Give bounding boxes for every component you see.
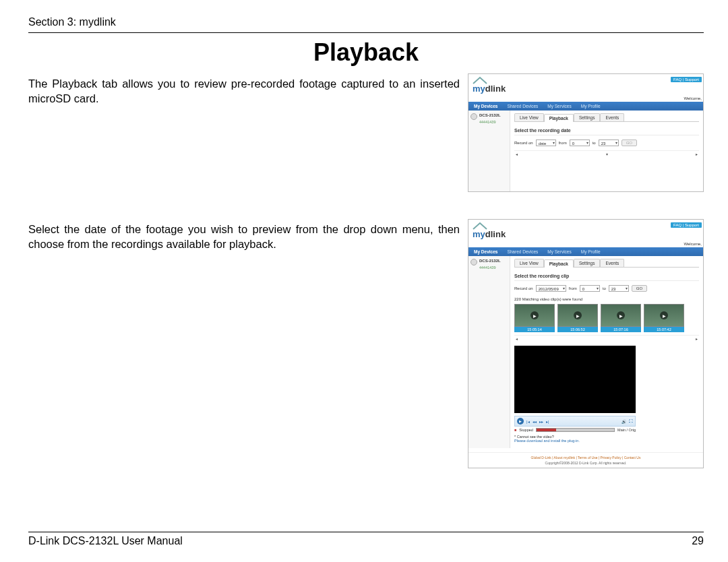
device-id: 44441439 [479, 120, 508, 124]
panel-title: Select the recording clip [514, 272, 699, 281]
tab-settings[interactable]: Settings [574, 113, 601, 121]
device-item[interactable]: DCS-2132L [471, 113, 508, 120]
nav-services[interactable]: My Services [547, 104, 571, 108]
nav-my-devices[interactable]: My Devices [474, 249, 497, 254]
nav-profile[interactable]: My Profile [581, 104, 601, 108]
plugin-note: * Cannot see the video? Please download … [514, 435, 699, 443]
paragraph-1: The Playback tab allows you to review pr… [28, 73, 460, 192]
welcome-text: Welcome, [468, 94, 703, 102]
clip-thumb[interactable]: 15:07:42 [644, 304, 684, 332]
row-2: Select the date of the footage you wish … [28, 219, 704, 468]
tab-playback[interactable]: Playback [544, 259, 574, 268]
tab-playback[interactable]: Playback [544, 114, 574, 122]
main-nav: My Devices Shared Devices My Services My… [468, 102, 703, 111]
screenshot-2: mydlink FAQ | Support Welcome, My Device… [468, 219, 704, 468]
video-player[interactable] [514, 346, 636, 413]
full-icon[interactable]: ⛶ [629, 419, 633, 423]
tab-live[interactable]: Live View [514, 259, 544, 267]
stop-icon[interactable]: ■ [514, 428, 516, 432]
player-controls: ▶ |◂ ◂◂ ▸▸ ▸| 🔊 ⛶ [514, 416, 636, 427]
date-select[interactable]: 2012/05/09 [536, 285, 566, 292]
record-on-label: Record on [514, 286, 533, 290]
page-title: Playback [28, 38, 704, 67]
next-button[interactable]: ▸| [546, 419, 549, 424]
tab-events[interactable]: Events [600, 259, 624, 267]
status-text: Stopped [519, 428, 533, 432]
footer-manual: D-Link DCS-2132L User Manual [28, 535, 183, 547]
row-1: The Playback tab allows you to review pr… [28, 73, 704, 192]
thumbnail-strip: 15:05:14 15:06:52 15:07:16 15:07:42 [514, 303, 699, 335]
prev-button[interactable]: |◂ [526, 419, 530, 424]
clip-thumb[interactable]: 15:05:14 [514, 304, 555, 332]
section-header: Section 3: mydlink [28, 16, 704, 28]
page-number: 29 [692, 535, 704, 547]
date-select[interactable]: date [536, 139, 556, 146]
page-footer: D-Link DCS-2132L User Manual 29 [28, 532, 704, 547]
record-on-label: Record on [514, 141, 533, 145]
from-select[interactable]: 0 [580, 285, 600, 292]
clip-thumb[interactable]: 15:07:16 [601, 304, 641, 332]
divider [28, 32, 704, 33]
device-sidebar: DCS-2132L 44441439 [468, 256, 510, 448]
tab-settings[interactable]: Settings [574, 259, 601, 267]
thumb-scroll[interactable]: ◂▸ [514, 335, 699, 342]
rew-button[interactable]: ◂◂ [533, 419, 537, 424]
go-button[interactable]: GO [621, 139, 637, 146]
tab-events[interactable]: Events [600, 113, 624, 121]
nav-services[interactable]: My Services [547, 249, 571, 254]
from-label: from [559, 141, 567, 145]
nav-shared[interactable]: Shared Devices [507, 104, 538, 108]
device-id: 44441439 [479, 266, 508, 270]
tab-live[interactable]: Live View [514, 113, 544, 121]
camera-icon [471, 259, 477, 266]
panel-title: Select the recording date [514, 126, 699, 135]
faq-link[interactable]: FAQ | Support [671, 77, 702, 82]
nav-my-devices[interactable]: My Devices [474, 104, 497, 108]
progress-bar[interactable] [536, 428, 615, 432]
scroll-bar[interactable]: ◂▾▸ [514, 150, 699, 157]
welcome-text: Welcome, [468, 239, 703, 247]
go-button[interactable]: GO [632, 285, 647, 292]
tab-bar: Live View Playback Settings Events [514, 113, 699, 122]
paragraph-2: Select the date of the footage you wish … [28, 219, 460, 468]
faq-link[interactable]: FAQ | Support [671, 222, 702, 228]
to-select[interactable]: 23 [609, 285, 629, 292]
nav-profile[interactable]: My Profile [581, 249, 601, 254]
screenshot-1: mydlink FAQ | Support Welcome, My Device… [468, 73, 704, 192]
fwd-button[interactable]: ▸▸ [539, 419, 543, 424]
to-select[interactable]: 23 [599, 139, 619, 146]
tab-bar: Live View Playback Settings Events [514, 259, 699, 268]
nav-shared[interactable]: Shared Devices [507, 249, 538, 254]
from-select[interactable]: 0 [570, 139, 590, 146]
copyright: Copyright©2008-2012 D-Link Corp. All rig… [468, 461, 703, 468]
res-text: Main / Orig [617, 428, 636, 432]
play-button[interactable]: ▶ [517, 418, 524, 425]
vol-icon[interactable]: 🔊 [621, 419, 626, 424]
mydlink-logo: mydlink [473, 77, 506, 94]
from-label: from [569, 286, 577, 290]
match-count: 220 Matching video clip(s) were found [514, 296, 699, 303]
device-sidebar: DCS-2132L 44441439 [468, 111, 510, 191]
to-label: to [603, 286, 606, 290]
download-link[interactable]: Please download and install the plug-in. [514, 439, 580, 443]
main-nav: My Devices Shared Devices My Services My… [468, 247, 703, 256]
to-label: to [593, 141, 596, 145]
camera-icon [471, 113, 477, 120]
filter-row: Record on 2012/05/09 from 0 to 23 GO [514, 284, 699, 296]
clip-thumb[interactable]: 15:06:52 [557, 304, 598, 332]
filter-row: Record on date from 0 to 23 GO [514, 138, 699, 150]
segment-bar: ■ Stopped Main / Orig [514, 428, 636, 432]
footer-links[interactable]: Global D-Link | About mydlink | Terms of… [468, 452, 703, 461]
device-item[interactable]: DCS-2132L [471, 259, 508, 266]
mydlink-logo: mydlink [473, 222, 506, 239]
